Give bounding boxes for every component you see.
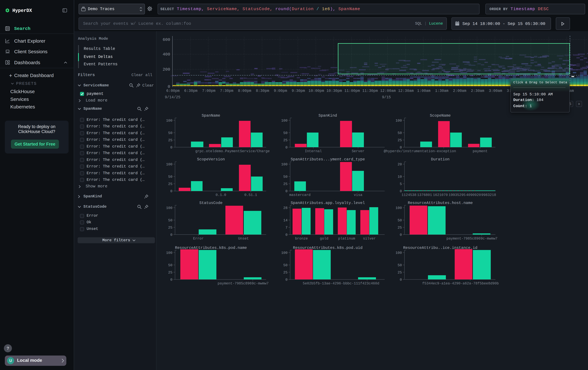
svg-text:1376801: 1376801 (417, 193, 432, 197)
svg-text:7: 7 (285, 226, 288, 230)
svg-text:0: 0 (170, 189, 172, 193)
svg-text:payment-7985c8969c-mwmw7: payment-7985c8969c-mwmw7 (446, 237, 497, 241)
svg-text:10: 10 (398, 175, 402, 179)
svg-text:SpanKind: SpanKind (318, 113, 337, 118)
svg-text:payment: payment (473, 149, 488, 153)
svg-text:600: 600 (163, 37, 170, 42)
svg-text:ResourceAttributes.host.name: ResourceAttributes.host.name (408, 201, 473, 205)
svg-text:25: 25 (398, 226, 402, 230)
svg-text:50: 50 (398, 219, 402, 222)
svg-text:Error: Error (193, 237, 204, 241)
svg-text:ScopeVersion: ScopeVersion (197, 157, 225, 161)
svg-text:25: 25 (283, 138, 288, 142)
svg-text:25: 25 (168, 270, 172, 275)
svg-text:ResourceAttributes.k8s.pod.nam: ResourceAttributes.k8s.pod.name (175, 246, 247, 250)
svg-text:SpanAttributes.app.loyalty.lev: SpanAttributes.app.loyalty.level (291, 201, 365, 205)
svg-text:0: 0 (170, 146, 172, 150)
svg-text:50: 50 (398, 263, 402, 267)
svg-text:@hyperdx/instrumentation-excep: @hyperdx/instrumentation-exception (384, 149, 456, 153)
svg-text:Server: Server (352, 149, 364, 153)
svg-text:grpc.oteldemo.PaymentService/C: grpc.oteldemo.PaymentService/Charge (195, 149, 270, 153)
svg-text:gold: gold (320, 237, 328, 241)
svg-text:0: 0 (400, 146, 402, 150)
svg-text:0: 0 (170, 233, 172, 237)
svg-text:100: 100 (166, 119, 172, 123)
svg-text:25: 25 (283, 270, 288, 275)
svg-text:50: 50 (168, 263, 172, 267)
svg-text:50: 50 (283, 175, 288, 179)
svg-text:0.1.0: 0.1.0 (216, 193, 226, 197)
svg-text:50: 50 (283, 263, 288, 267)
svg-text:100: 100 (281, 251, 288, 255)
svg-text:50: 50 (168, 219, 172, 222)
svg-text:5: 5 (400, 182, 402, 186)
svg-text:28: 28 (283, 206, 288, 210)
svg-text:payment-7985c8969c-mwmw7: payment-7985c8969c-mwmw7 (218, 281, 269, 286)
svg-text:0.51.1: 0.51.1 (244, 193, 257, 197)
svg-text:Duration: Duration (431, 157, 450, 161)
svg-text:100: 100 (166, 251, 172, 255)
svg-text:50: 50 (283, 131, 288, 135)
svg-text:0: 0 (400, 233, 402, 237)
svg-text:100: 100 (395, 119, 402, 123)
svg-text:50: 50 (398, 131, 402, 135)
svg-text:f5344ec9-a1ea-4290-a62a-78f5be: f5344ec9-a1ea-4290-a62a-78f5bee8d90b (422, 281, 499, 286)
svg-text:25: 25 (168, 138, 172, 142)
svg-text:100: 100 (395, 206, 402, 210)
svg-text:Internal: Internal (305, 149, 322, 153)
svg-text:9983218: 9983218 (481, 193, 496, 197)
svg-text:mastercard: mastercard (289, 193, 311, 197)
svg-text:ScopeName: ScopeName (430, 113, 451, 118)
svg-text:0: 0 (285, 146, 288, 150)
svg-text:25: 25 (168, 182, 172, 186)
svg-text:100: 100 (395, 251, 402, 255)
svg-text:0: 0 (285, 278, 288, 282)
svg-text:25: 25 (283, 182, 288, 186)
svg-text:0: 0 (168, 84, 170, 89)
svg-text:50: 50 (168, 175, 172, 179)
svg-text:SpanAttributes...yment.card_ty: SpanAttributes...yment.card_type (291, 157, 365, 161)
svg-text:5e02b5fb-13ae-4296-bbbc-111f42: 5e02b5fb-13ae-4296-bbbc-111f423c460d (303, 281, 379, 286)
svg-text:100: 100 (166, 206, 172, 210)
svg-text:25: 25 (168, 226, 172, 230)
svg-text:visa: visa (354, 193, 362, 197)
svg-text:50: 50 (168, 131, 172, 135)
svg-text:200: 200 (163, 67, 170, 72)
svg-text:14: 14 (283, 219, 288, 222)
svg-text:1621070: 1621070 (433, 193, 448, 197)
svg-text:25: 25 (398, 270, 402, 275)
svg-text:0: 0 (285, 233, 288, 237)
svg-text:100: 100 (166, 162, 172, 167)
svg-text:19935295: 19935295 (449, 193, 466, 197)
svg-text:0: 0 (400, 189, 402, 193)
svg-text:25: 25 (398, 138, 402, 142)
svg-text:platinum: platinum (338, 237, 355, 241)
svg-text:0: 0 (285, 189, 288, 193)
svg-text:ResourceAttributes.k8s.pod.uid: ResourceAttributes.k8s.pod.uid (293, 246, 363, 250)
svg-text:100: 100 (281, 119, 288, 123)
svg-text:0: 0 (400, 278, 402, 282)
svg-text:100: 100 (281, 162, 288, 167)
svg-text:20: 20 (398, 162, 402, 167)
svg-text:silver: silver (363, 237, 376, 241)
svg-text:SpanName: SpanName (202, 113, 220, 118)
svg-text:Unset: Unset (238, 237, 249, 241)
svg-text:bronze: bronze (295, 237, 308, 241)
svg-text:400: 400 (163, 52, 170, 57)
svg-text:0: 0 (170, 278, 172, 282)
svg-text:4090920: 4090920 (466, 193, 481, 197)
svg-text:1124538: 1124538 (401, 193, 416, 197)
svg-text:StatusCode: StatusCode (199, 201, 222, 205)
